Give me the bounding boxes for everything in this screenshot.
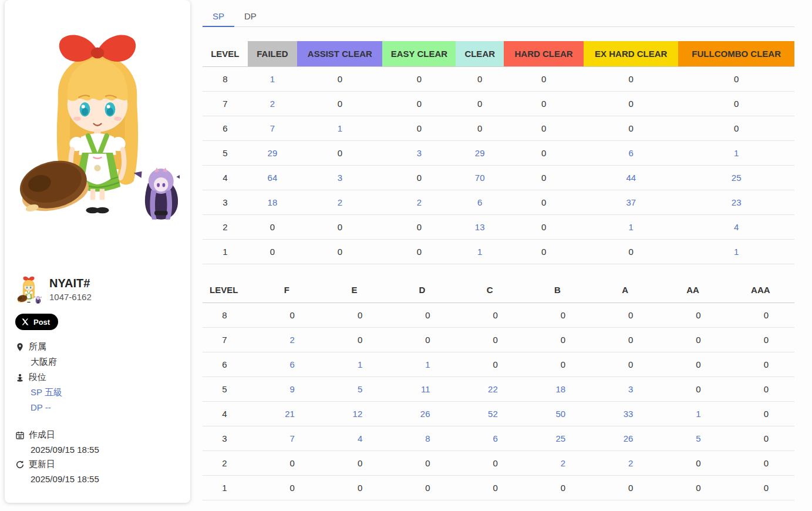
- count-cell: 0: [678, 92, 794, 116]
- count-cell: 29: [248, 141, 298, 166]
- count-link[interactable]: 1: [629, 222, 634, 232]
- count-link[interactable]: 25: [555, 433, 565, 443]
- grade-table-row: 421122652503310: [203, 402, 794, 426]
- count-cell: 1: [456, 240, 504, 264]
- count-cell: 0: [504, 166, 584, 190]
- count-link[interactable]: 2: [290, 335, 295, 345]
- count-cell: 9: [253, 377, 321, 402]
- calendar-icon: [15, 431, 25, 440]
- count-link[interactable]: 1: [477, 247, 482, 257]
- level-cell: 6: [203, 116, 248, 141]
- column-header-d: D: [388, 277, 456, 303]
- play-mode-tabs: SPDP: [203, 6, 794, 27]
- level-cell: 3: [203, 190, 248, 215]
- count-link[interactable]: 23: [732, 197, 742, 207]
- count-link[interactable]: 2: [561, 458, 565, 468]
- count-cell: 7: [248, 116, 298, 141]
- count-link[interactable]: 37: [626, 197, 636, 207]
- grade-header-row: LEVELFEDCBAAAAAA: [203, 277, 794, 303]
- count-cell: 0: [382, 67, 456, 92]
- count-link[interactable]: 8: [425, 433, 430, 443]
- count-link[interactable]: 1: [696, 409, 700, 419]
- count-link[interactable]: 2: [417, 197, 422, 207]
- count-link[interactable]: 9: [290, 384, 295, 394]
- count-link[interactable]: 1: [270, 74, 275, 84]
- count-link[interactable]: 5: [696, 433, 700, 443]
- count-cell: 7: [253, 426, 321, 451]
- count-link[interactable]: 1: [734, 148, 739, 158]
- count-cell: 0: [591, 303, 659, 328]
- count-link[interactable]: 21: [285, 409, 295, 419]
- count-cell: 0: [382, 166, 456, 190]
- count-cell: 0: [248, 215, 298, 240]
- count-link[interactable]: 5: [358, 384, 362, 394]
- count-link[interactable]: 52: [488, 409, 498, 419]
- count-link[interactable]: 18: [268, 197, 278, 207]
- count-link[interactable]: 2: [270, 99, 275, 109]
- count-link[interactable]: 7: [270, 123, 275, 133]
- count-cell: 0: [504, 215, 584, 240]
- column-header-e: E: [321, 277, 388, 303]
- dan-rank-row: 段位: [15, 372, 180, 383]
- dan-sp-link[interactable]: SP 五級: [31, 387, 180, 398]
- count-link[interactable]: 13: [475, 222, 485, 232]
- count-link[interactable]: 18: [555, 384, 565, 394]
- count-link[interactable]: 6: [290, 359, 295, 369]
- count-link[interactable]: 4: [734, 222, 739, 232]
- count-cell: 0: [591, 352, 659, 377]
- count-link[interactable]: 6: [477, 197, 482, 207]
- affiliation-row: 所属: [15, 341, 180, 352]
- count-link[interactable]: 1: [425, 359, 430, 369]
- count-link[interactable]: 7: [290, 433, 295, 443]
- count-cell: 0: [727, 352, 794, 377]
- count-cell: 0: [504, 190, 584, 215]
- count-link[interactable]: 26: [420, 409, 430, 419]
- count-link[interactable]: 29: [475, 148, 485, 158]
- count-link[interactable]: 3: [417, 148, 422, 158]
- count-link[interactable]: 2: [628, 458, 633, 468]
- count-link[interactable]: 33: [624, 409, 634, 419]
- count-cell: 18: [524, 377, 591, 402]
- count-link[interactable]: 11: [421, 384, 430, 394]
- x-post-button[interactable]: Post: [15, 314, 58, 330]
- count-link[interactable]: 3: [628, 384, 633, 394]
- count-link[interactable]: 25: [732, 173, 742, 183]
- created-date-label: 作成日: [29, 429, 55, 441]
- count-cell: 0: [382, 240, 456, 264]
- count-link[interactable]: 2: [338, 197, 342, 207]
- count-cell: 1: [584, 215, 678, 240]
- count-link[interactable]: 3: [338, 173, 342, 183]
- avatar: [15, 274, 42, 304]
- count-link[interactable]: 29: [268, 148, 278, 158]
- column-header-easy-clear: EASY CLEAR: [382, 41, 456, 67]
- tab-dp[interactable]: DP: [234, 6, 267, 27]
- count-link[interactable]: 50: [555, 409, 565, 419]
- grade-table-row: 720000000: [203, 328, 794, 352]
- count-link[interactable]: 70: [475, 173, 485, 183]
- count-link[interactable]: 1: [338, 123, 342, 133]
- count-link[interactable]: 1: [358, 359, 362, 369]
- count-link[interactable]: 6: [493, 433, 497, 443]
- count-cell: 0: [456, 92, 504, 116]
- grade-table: LEVELFEDCBAAAAAA 80000000072000000066110…: [203, 277, 794, 500]
- player-name: NYAIT#: [49, 277, 92, 290]
- count-link[interactable]: 12: [353, 409, 363, 419]
- count-cell: 0: [727, 303, 794, 328]
- count-cell: 0: [504, 92, 584, 116]
- character-illustration: [15, 2, 180, 237]
- count-cell: 1: [297, 116, 382, 141]
- count-link[interactable]: 4: [358, 433, 362, 443]
- count-link[interactable]: 1: [734, 247, 739, 257]
- count-link[interactable]: 64: [268, 173, 278, 183]
- count-link[interactable]: 26: [624, 433, 634, 443]
- count-link[interactable]: 6: [629, 148, 634, 158]
- count-link[interactable]: 44: [626, 173, 636, 183]
- clear-table-row: 81000000: [203, 67, 794, 92]
- main-content: SPDP LEVELFAILEDASSIST CLEAREASY CLEARCL…: [190, 0, 812, 500]
- dan-dp-link[interactable]: DP --: [31, 402, 180, 412]
- level-cell: 8: [203, 303, 253, 328]
- count-link[interactable]: 22: [488, 384, 498, 394]
- count-cell: 33: [591, 402, 659, 426]
- count-cell: 0: [727, 426, 794, 451]
- tab-sp[interactable]: SP: [203, 6, 234, 27]
